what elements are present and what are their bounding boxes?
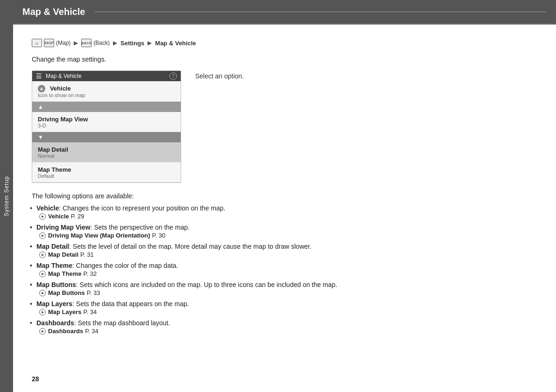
ref-arrow-icon	[39, 309, 46, 315]
ref-page: P. 34	[84, 308, 97, 315]
option-desc: : Sets which icons are included on the m…	[76, 281, 338, 288]
ref-text: Map Layers	[48, 308, 82, 315]
ref-page: P. 32	[84, 270, 97, 277]
ref-arrow-icon	[39, 271, 46, 277]
ref-arrow-icon	[39, 232, 46, 239]
list-item: Driving Map View: Sets the perspective o…	[32, 224, 537, 239]
map-icon: MAP	[44, 39, 54, 47]
home-icon: ⌂	[32, 39, 42, 47]
ref-page: P. 30	[152, 232, 166, 239]
option-desc: : Changes the color of the map data.	[72, 262, 178, 269]
ref-page: P. 31	[80, 251, 94, 258]
ref-page: P. 33	[87, 289, 100, 296]
option-ref: Map ButtonsP. 33	[39, 289, 537, 296]
breadcrumb-current: Map & Vehicle	[155, 40, 196, 47]
ref-text: Map Theme	[48, 270, 82, 277]
breadcrumb-arrow-3: ▶	[148, 40, 152, 46]
ref-text: Map Detail	[48, 251, 78, 258]
main-content: Map & Vehicle ⌂ MAP (Map) ▶ BACK (Back) …	[13, 0, 556, 392]
option-desc: : Sets the level of detail on the map. M…	[69, 243, 311, 250]
screen-preview: ☰ Map & Vehicle ? ▲ Vehicle Icon to show…	[32, 70, 181, 183]
select-option-text: Select an option.	[195, 70, 244, 183]
screen-row-detail[interactable]: Map Detail Normal	[32, 142, 181, 162]
options-section: The following options are available: Veh…	[32, 192, 537, 335]
list-item: Map Detail: Sets the level of detail on …	[32, 243, 537, 258]
option-ref: Driving Map View (Map Orientation)P. 30	[39, 232, 537, 239]
option-name: Map Layers	[36, 300, 72, 308]
option-name: Map Buttons	[36, 281, 76, 288]
option-name: Driving Map View	[36, 224, 91, 231]
options-title: The following options are available:	[32, 192, 537, 200]
option-desc: : Sets the map dashboard layout.	[74, 319, 170, 327]
options-list: Vehicle: Changes the icon to represent y…	[32, 204, 537, 335]
list-item: Dashboards: Sets the map dashboard layou…	[32, 319, 537, 335]
list-item: Map Layers: Sets the data that appears o…	[32, 300, 537, 315]
vehicle-icon: ▲	[38, 85, 45, 92]
sidebar: System Setup	[0, 0, 13, 392]
ref-text: Dashboards	[48, 328, 83, 335]
breadcrumb-settings: Settings	[120, 40, 144, 47]
option-name: Map Theme	[36, 262, 72, 269]
scroll-down[interactable]: ▼	[32, 132, 181, 142]
page-number: 28	[32, 375, 39, 383]
back-icon: BACK	[81, 39, 91, 47]
option-desc: : Changes the icon to represent your pos…	[59, 204, 225, 212]
page-content: ⌂ MAP (Map) ▶ BACK (Back) ▶ Settings ▶ M…	[13, 25, 556, 392]
screen-row-vehicle[interactable]: ▲ Vehicle Icon to show on map	[32, 81, 181, 102]
scroll-up[interactable]: ▲	[32, 102, 181, 112]
page-title: Map & Vehicle	[22, 7, 85, 17]
ref-text: Driving Map View (Map Orientation)	[48, 232, 150, 239]
help-button[interactable]: ?	[169, 72, 177, 80]
option-ref: Map LayersP. 34	[39, 308, 537, 315]
intro-text: Change the map settings.	[32, 56, 537, 63]
list-item: Map Theme: Changes the color of the map …	[32, 262, 537, 277]
ref-arrow-icon	[39, 290, 46, 296]
ref-page: P. 34	[85, 328, 99, 335]
ref-arrow-icon	[39, 328, 46, 335]
option-ref: DashboardsP. 34	[39, 328, 537, 335]
screen-header: ☰ Map & Vehicle ?	[32, 71, 181, 81]
back-label: (Back)	[93, 40, 110, 46]
option-desc: : Sets the data that appears on the map.	[72, 300, 189, 308]
option-ref: Map DetailP. 31	[39, 251, 537, 258]
map-label: (Map)	[56, 40, 70, 46]
option-desc: : Sets the perspective on the map.	[91, 224, 190, 231]
ref-arrow-icon	[39, 213, 46, 220]
option-name: Dashboards	[36, 319, 74, 327]
sidebar-label: System Setup	[3, 176, 10, 217]
breadcrumb: ⌂ MAP (Map) ▶ BACK (Back) ▶ Settings ▶ M…	[32, 39, 537, 47]
list-item: Map Buttons: Sets which icons are includ…	[32, 281, 537, 296]
page-header: Map & Vehicle	[13, 0, 556, 25]
screen-rows: ▲ Vehicle Icon to show on map ▲ Driving …	[32, 81, 181, 182]
option-ref: VehicleP. 29	[39, 213, 537, 220]
option-ref: Map ThemeP. 32	[39, 270, 537, 277]
ref-text: Map Buttons	[48, 289, 85, 296]
menu-icon: ☰	[36, 72, 42, 80]
breadcrumb-arrow-2: ▶	[113, 40, 117, 46]
option-name: Map Detail	[36, 243, 69, 250]
ref-arrow-icon	[39, 252, 46, 258]
ref-text: Vehicle	[48, 213, 69, 220]
screen-row-driving[interactable]: Driving Map View 3-D	[32, 112, 181, 132]
list-item: Vehicle: Changes the icon to represent y…	[32, 204, 537, 220]
screen-row-theme[interactable]: Map Theme Default	[32, 162, 181, 182]
ref-page: P. 29	[71, 213, 84, 220]
breadcrumb-arrow-1: ▶	[74, 40, 78, 46]
screen-title: Map & Vehicle	[46, 73, 82, 79]
header-divider	[95, 12, 547, 12]
two-col-layout: ☰ Map & Vehicle ? ▲ Vehicle Icon to show…	[32, 70, 537, 183]
option-name: Vehicle	[36, 204, 59, 212]
